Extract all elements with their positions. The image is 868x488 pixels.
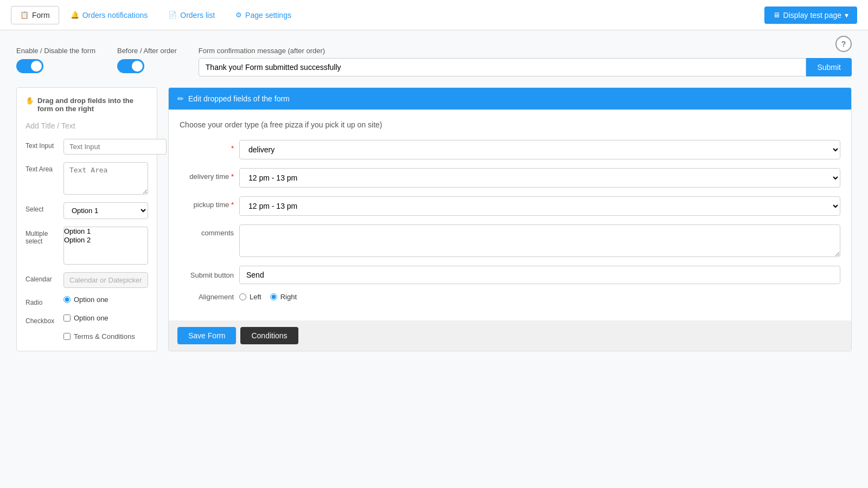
- delivery-time-row: delivery time * 12 pm - 13 pm: [180, 168, 840, 188]
- before-after-group: Before / After order: [117, 47, 177, 73]
- calendar-label: Calendar: [25, 272, 58, 283]
- terms-row: Terms & Conditions: [25, 332, 148, 341]
- text-input-field-row: Text Input: [25, 139, 148, 155]
- enable-disable-toggle[interactable]: [16, 59, 43, 73]
- confirmation-label: Form confirmation message (after order): [199, 47, 852, 55]
- right-panel: ✏ Edit dropped fields of the form Choose…: [168, 87, 852, 351]
- delivery-time-select[interactable]: 12 pm - 13 pm: [239, 168, 840, 188]
- dropdown-arrow-icon: ▾: [845, 11, 848, 20]
- comments-row: comments: [180, 224, 840, 257]
- submit-button-label: Submit button: [180, 271, 234, 279]
- alignment-right-label: Right: [280, 293, 297, 301]
- radio-group: Option one: [63, 296, 108, 304]
- checkbox-field-row: Checkbox Option one: [25, 314, 148, 325]
- submit-button-input[interactable]: [239, 266, 840, 284]
- pencil-icon: ✏: [177, 94, 184, 103]
- monitor-icon: 🖥: [773, 11, 780, 19]
- before-after-toggle[interactable]: [117, 59, 144, 73]
- text-input-label: Text Input: [25, 139, 58, 150]
- left-panel: ✋ Drag and drop fields into the form on …: [16, 87, 157, 351]
- calendar-placeholder-text: Calendar or Datepicker: [69, 276, 142, 284]
- display-test-page-button[interactable]: 🖥 Display test page ▾: [764, 7, 857, 24]
- list-icon: 📄: [168, 11, 177, 19]
- nav-orders-list-label: Orders list: [180, 11, 215, 20]
- right-panel-header-text: Edit dropped fields of the form: [188, 94, 290, 103]
- submit-button-row: Submit button: [180, 266, 840, 284]
- text-input-field[interactable]: [63, 139, 167, 155]
- order-type-select[interactable]: delivery pickup: [239, 140, 840, 159]
- display-test-page-label: Display test page: [783, 11, 841, 20]
- nav-form[interactable]: 📋 Form: [11, 6, 59, 24]
- text-area-field-row: Text Area: [25, 162, 148, 195]
- alignment-left-label: Left: [250, 293, 261, 301]
- pickup-time-select[interactable]: 12 pm - 13 pm: [239, 196, 840, 216]
- checkbox-option-1-input[interactable]: [63, 314, 71, 322]
- bell-icon: 🔔: [71, 11, 79, 19]
- pickup-time-row: pickup time * 12 pm - 13 pm: [180, 196, 840, 216]
- confirmation-message-input[interactable]: [199, 58, 807, 76]
- main-content: ? Enable / Disable the form Before / Aft…: [0, 30, 868, 362]
- alignment-label: Alignement: [180, 293, 234, 301]
- select-field-row: Select Option 1: [25, 202, 148, 219]
- multiple-select-field[interactable]: Option 1Option 2: [63, 227, 148, 265]
- alignment-options: Left Right: [239, 293, 297, 301]
- confirmation-section: Form confirmation message (after order) …: [199, 47, 852, 76]
- two-column-layout: ✋ Drag and drop fields into the form on …: [16, 87, 852, 351]
- nav-form-label: Form: [32, 11, 50, 20]
- checkbox-option-1-label: Option one: [74, 314, 108, 322]
- enable-disable-label: Enable / Disable the form: [16, 47, 95, 55]
- right-panel-header: ✏ Edit dropped fields of the form: [169, 88, 851, 110]
- drag-hint-text: Drag and drop fields into the form on th…: [37, 97, 148, 113]
- confirmation-input-row: Submit: [199, 58, 852, 76]
- enable-disable-group: Enable / Disable the form: [16, 47, 95, 73]
- nav-page-settings[interactable]: ⚙ Page settings: [226, 6, 301, 24]
- alignment-right-option[interactable]: Right: [270, 293, 297, 301]
- alignment-left-option[interactable]: Left: [239, 293, 261, 301]
- radio-option-1-label: Option one: [74, 296, 108, 304]
- form-description: Choose your order type (a free pizza if …: [180, 120, 840, 129]
- terms-label: Terms & Conditions: [74, 332, 135, 341]
- confirmation-submit-button[interactable]: Submit: [806, 58, 852, 76]
- multiple-select-field-row: Multiple select Option 1Option 2: [25, 227, 148, 265]
- drag-hint: ✋ Drag and drop fields into the form on …: [25, 97, 148, 113]
- alignment-right-radio[interactable]: [270, 293, 277, 300]
- radio-option-1-input[interactable]: [63, 296, 71, 303]
- radio-field-row: Radio Option one: [25, 296, 148, 306]
- alignment-row: Alignement Left Right: [180, 293, 840, 301]
- text-area-label: Text Area: [25, 162, 58, 173]
- select-label: Select: [25, 202, 58, 213]
- text-area-field[interactable]: [63, 162, 148, 195]
- top-navigation: 📋 Form 🔔 Orders notifications 📄 Orders l…: [0, 0, 868, 30]
- pickup-time-label: pickup time *: [180, 196, 234, 209]
- nav-orders-list[interactable]: 📄 Orders list: [159, 6, 224, 24]
- conditions-button[interactable]: Conditions: [240, 327, 298, 344]
- radio-label: Radio: [25, 296, 58, 306]
- terms-checkbox[interactable]: [63, 333, 71, 340]
- form-icon: 📋: [20, 11, 29, 19]
- order-type-required-indicator: *: [180, 140, 234, 152]
- right-panel-body: Choose your order type (a free pizza if …: [169, 110, 851, 320]
- delivery-time-label: delivery time *: [180, 168, 234, 181]
- multiple-select-label: Multiple select: [25, 227, 58, 245]
- comments-textarea[interactable]: [239, 224, 840, 257]
- calendar-field-row: Calendar Calendar or Datepicker: [25, 272, 148, 288]
- save-form-button[interactable]: Save Form: [177, 327, 236, 344]
- select-field[interactable]: Option 1: [63, 202, 148, 219]
- before-after-label: Before / After order: [117, 47, 177, 55]
- alignment-left-radio[interactable]: [239, 293, 246, 300]
- nav-page-settings-label: Page settings: [245, 11, 291, 20]
- nav-orders-notifications-label: Orders notifications: [82, 11, 148, 20]
- nav-orders-notifications[interactable]: 🔔 Orders notifications: [61, 6, 157, 24]
- bottom-buttons: Save Form Conditions: [169, 320, 851, 351]
- add-title-text: Add Title / Text: [25, 121, 148, 130]
- drag-icon: ✋: [25, 97, 34, 105]
- gear-icon: ⚙: [235, 11, 242, 19]
- checkbox-label: Checkbox: [25, 314, 58, 325]
- help-icon[interactable]: ?: [835, 36, 852, 52]
- comments-label: comments: [180, 224, 234, 237]
- checkbox-group: Option one: [63, 314, 108, 322]
- order-type-row: * delivery pickup: [180, 140, 840, 159]
- calendar-field[interactable]: Calendar or Datepicker: [63, 272, 148, 288]
